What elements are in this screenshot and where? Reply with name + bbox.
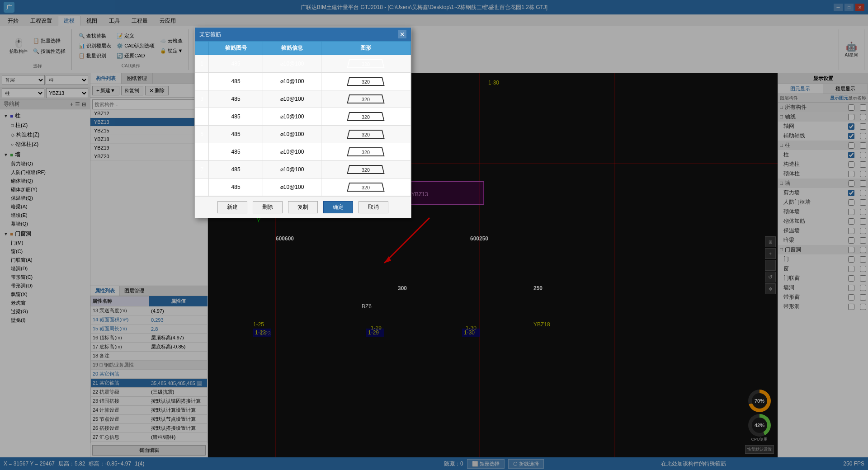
- dialog-row-8[interactable]: 8485⌀10@100 320: [195, 179, 411, 196]
- row-num-7: 7: [195, 161, 209, 179]
- dialog-footer: 新建 删除 复制 确定 取消: [195, 196, 411, 218]
- col-num: [195, 42, 209, 55]
- row-num-2: 2: [195, 73, 209, 90]
- dialog-cancel-btn[interactable]: 取消: [359, 201, 388, 213]
- row-code-4: 485: [209, 108, 263, 126]
- row-shape-6: 320: [321, 143, 410, 161]
- dialog-new-btn[interactable]: 新建: [217, 201, 247, 213]
- dialog-row-4[interactable]: 4485⌀10@100 320: [195, 108, 411, 126]
- dialog-confirm-btn[interactable]: 确定: [323, 201, 353, 213]
- col-stirrup-info: 箍筋信息: [263, 42, 321, 55]
- row-code-8: 485: [209, 179, 263, 196]
- row-info-7: ⌀10@100: [263, 161, 321, 179]
- svg-text:320: 320: [362, 167, 370, 173]
- svg-text:320: 320: [362, 97, 370, 102]
- row-code-6: 485: [209, 143, 263, 161]
- row-shape-3: 320: [321, 90, 410, 108]
- dialog-row-6[interactable]: 6485⌀10@100 320: [195, 143, 411, 161]
- col-stirrup-code: 箍筋图号: [209, 42, 263, 55]
- row-shape-5: 320: [321, 126, 410, 143]
- row-shape-4: 320: [321, 108, 410, 126]
- dialog-row-3[interactable]: 3485⌀10@100 320: [195, 90, 411, 108]
- svg-text:320: 320: [362, 114, 370, 120]
- row-num-1: 1: [195, 55, 209, 73]
- row-shape-2: 320: [321, 73, 410, 90]
- col-stirrup-shape: 图形: [321, 42, 410, 55]
- row-info-8: ⌀10@100: [263, 179, 321, 196]
- dialog-close-btn[interactable]: ✕: [398, 30, 406, 38]
- dialog-row-7[interactable]: 7485⌀10@100 320: [195, 161, 411, 179]
- row-code-1: 485: [209, 55, 263, 73]
- dialog-body: 箍筋图号 箍筋信息 图形 1485⌀10@100 320 2485⌀10@100…: [195, 41, 411, 196]
- row-info-2: ⌀10@100: [263, 73, 321, 90]
- row-info-4: ⌀10@100: [263, 108, 321, 126]
- row-info-6: ⌀10@100: [263, 143, 321, 161]
- dialog-title: 某它箍筋: [199, 31, 221, 38]
- row-shape-8: 320: [321, 179, 410, 196]
- row-info-3: ⌀10@100: [263, 90, 321, 108]
- stirrup-dialog: 某它箍筋 ✕ 箍筋图号 箍筋信息 图形 1485⌀10@100 320 2485…: [194, 27, 411, 218]
- row-info-5: ⌀10@100: [263, 126, 321, 143]
- dialog-title-bar: 某它箍筋 ✕: [195, 28, 411, 41]
- dialog-row-1[interactable]: 1485⌀10@100 320: [195, 55, 411, 73]
- dialog-row-2[interactable]: 2485⌀10@100 320: [195, 73, 411, 90]
- dialog-row-5[interactable]: 5485⌀10@100 320: [195, 126, 411, 143]
- row-code-5: 485: [209, 126, 263, 143]
- svg-text:320: 320: [362, 185, 370, 190]
- row-shape-7: 320: [321, 161, 410, 179]
- dialog-delete-btn[interactable]: 删除: [253, 201, 283, 213]
- row-num-5: 5: [195, 126, 209, 143]
- row-info-1: ⌀10@100: [263, 55, 321, 73]
- row-num-8: 8: [195, 179, 209, 196]
- row-code-3: 485: [209, 90, 263, 108]
- svg-text:320: 320: [362, 150, 370, 155]
- dialog-overlay: 某它箍筋 ✕ 箍筋图号 箍筋信息 图形 1485⌀10@100 320 2485…: [0, 0, 868, 470]
- dialog-copy-btn[interactable]: 复制: [288, 201, 318, 213]
- row-num-3: 3: [195, 90, 209, 108]
- row-code-7: 485: [209, 161, 263, 179]
- row-code-2: 485: [209, 73, 263, 90]
- row-shape-1: 320: [321, 55, 410, 73]
- row-num-4: 4: [195, 108, 209, 126]
- svg-text:320: 320: [362, 61, 370, 67]
- svg-text:320: 320: [362, 132, 370, 137]
- svg-text:320: 320: [362, 79, 370, 85]
- stirrup-table: 箍筋图号 箍筋信息 图形 1485⌀10@100 320 2485⌀10@100…: [195, 41, 411, 196]
- row-num-6: 6: [195, 143, 209, 161]
